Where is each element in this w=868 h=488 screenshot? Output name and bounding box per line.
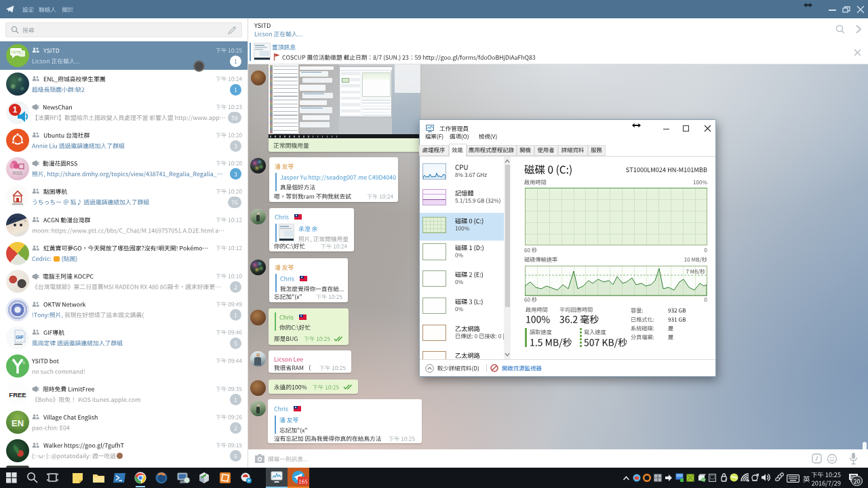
svg-text:GIF: GIF xyxy=(16,335,24,340)
svg-text:EN: EN xyxy=(12,418,24,428)
svg-text:RSS: RSS xyxy=(13,171,23,176)
svg-text:YSITD: YSITD xyxy=(11,50,21,54)
svg-text:FREE: FREE xyxy=(9,391,26,399)
svg-text:1: 1 xyxy=(13,105,18,115)
svg-text:S: S xyxy=(22,361,25,365)
